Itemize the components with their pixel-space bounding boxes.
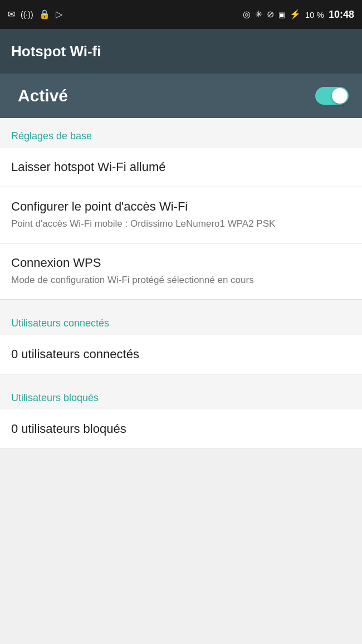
list-item-configure-ap[interactable]: Configurer le point d'accès Wi-Fi Point … bbox=[0, 187, 362, 243]
lock-icon: 🔒 bbox=[39, 10, 50, 19]
app-bar-title: Hotspot Wi-fi bbox=[11, 43, 101, 60]
content-area: Réglages de base Laisser hotspot Wi-Fi a… bbox=[0, 118, 362, 449]
toggle-label: Activé bbox=[18, 86, 68, 105]
active-toggle[interactable] bbox=[315, 87, 349, 105]
status-bar-left: ✉ ((·)) 🔒 ▷ bbox=[8, 10, 62, 19]
list-item-connected-users-title: 0 utilisateurs connectés bbox=[11, 347, 351, 362]
list-item-wps-title: Connexion WPS bbox=[11, 256, 351, 270]
list-item-hotspot-on-title: Laisser hotspot Wi-Fi allumé bbox=[11, 160, 351, 174]
section-header-reglages: Réglages de base bbox=[0, 118, 362, 148]
list-item-blocked-users: 0 utilisateurs bloqués bbox=[0, 409, 362, 449]
signal-icon: ▣ bbox=[278, 11, 285, 18]
list-item-wps-subtitle: Mode de configuration Wi-Fi protégé séle… bbox=[11, 274, 351, 287]
section-header-connected: Utilisateurs connectés bbox=[0, 305, 362, 335]
list-item-hotspot-on[interactable]: Laisser hotspot Wi-Fi allumé bbox=[0, 148, 362, 187]
list-item-configure-ap-title: Configurer le point d'accès Wi-Fi bbox=[11, 199, 351, 214]
bluetooth-icon: ✳ bbox=[255, 10, 262, 19]
list-item-connected-users: 0 utilisateurs connectés bbox=[0, 335, 362, 374]
toggle-row[interactable]: Activé bbox=[0, 74, 362, 118]
status-bar-right: ◎ ✳ ⊘ ▣ ⚡ 10 % 10:48 bbox=[243, 9, 354, 21]
status-time: 10:48 bbox=[329, 9, 354, 21]
email-icon: ✉ bbox=[8, 10, 15, 19]
wifi-calling-icon: ((·)) bbox=[21, 11, 33, 18]
do-not-disturb-icon: ⊘ bbox=[267, 10, 274, 19]
toggle-knob bbox=[332, 88, 348, 104]
battery-icon: ⚡ bbox=[290, 10, 301, 19]
list-item-wps[interactable]: Connexion WPS Mode de configuration Wi-F… bbox=[0, 243, 362, 300]
battery-percent: 10 % bbox=[305, 10, 324, 19]
list-item-blocked-users-title: 0 utilisateurs bloqués bbox=[11, 422, 351, 436]
status-bar: ✉ ((·)) 🔒 ▷ ◎ ✳ ⊘ ▣ ⚡ 10 % 10:48 bbox=[0, 0, 362, 29]
hotspot-icon: ◎ bbox=[243, 10, 251, 19]
play-store-icon: ▷ bbox=[56, 10, 62, 19]
section-header-blocked: Utilisateurs bloqués bbox=[0, 380, 362, 409]
list-item-configure-ap-subtitle: Point d'accès Wi-Fi mobile : Ordissimo L… bbox=[11, 217, 351, 231]
app-bar: Hotspot Wi-fi bbox=[0, 29, 362, 74]
